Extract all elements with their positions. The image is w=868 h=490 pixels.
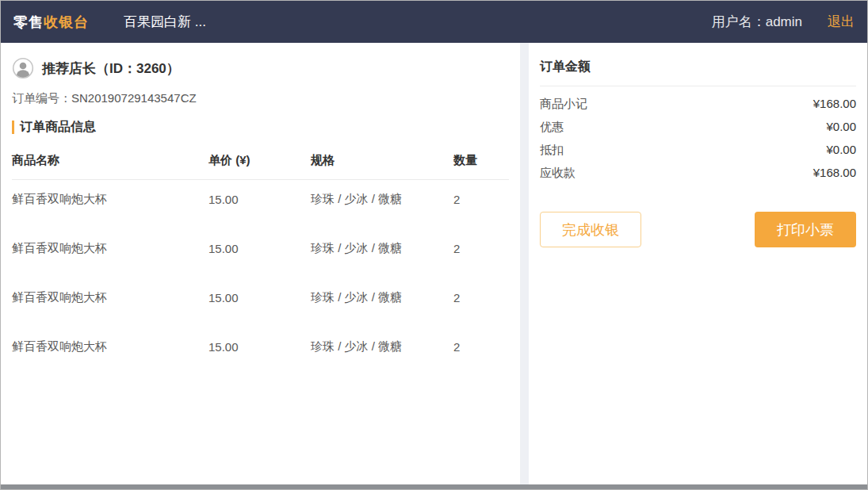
order-amount-panel: 订单金额 商品小记 ¥168.00 优惠 ¥0.00 抵扣 ¥0.00 应收款 …	[529, 43, 867, 484]
main-area: 推荐店长（ID：3260） 订单编号：SN20190729143547CZ 订单…	[1, 43, 867, 484]
cell-price: 15.00	[208, 340, 311, 354]
col-header-product: 商品名称	[12, 153, 208, 168]
table-row: 鲜百香双响炮大杯 15.00 珍珠 / 少冰 / 微糖 2	[12, 327, 509, 377]
cell-qty: 2	[453, 193, 509, 206]
app-title: 零售收银台	[13, 13, 89, 32]
customer-name: 推荐店长（ID：3260）	[42, 59, 180, 78]
table-row: 鲜百香双响炮大杯 15.00 珍珠 / 少冰 / 微糖 2	[12, 278, 509, 327]
subtotal-label: 商品小记	[540, 98, 587, 109]
username-display: 用户名：admin	[712, 13, 802, 31]
cell-price: 15.00	[208, 242, 311, 255]
order-number-value: SN20190729143547CZ	[71, 91, 197, 105]
cell-spec: 珍珠 / 少冰 / 微糖	[311, 192, 453, 207]
cell-product: 鲜百香双响炮大杯	[12, 339, 208, 354]
username-value: admin	[766, 14, 802, 29]
col-header-price: 单价 (¥)	[208, 153, 311, 168]
app-title-prefix: 零售	[13, 14, 44, 30]
cell-qty: 2	[453, 291, 509, 304]
print-receipt-button[interactable]: 打印小票	[755, 212, 856, 247]
cell-spec: 珍珠 / 少冰 / 微糖	[311, 339, 453, 354]
deduction-label: 抵扣	[540, 144, 564, 155]
receivable-label: 应收款	[540, 167, 575, 178]
cell-spec: 珍珠 / 少冰 / 微糖	[311, 290, 453, 305]
section-accent-bar	[12, 121, 14, 134]
avatar-icon	[12, 57, 34, 79]
discount-label: 优惠	[540, 121, 564, 132]
panel-divider	[520, 43, 529, 484]
table-row: 鲜百香双响炮大杯 15.00 珍珠 / 少冰 / 微糖 2	[12, 229, 509, 278]
window-bottom-edge	[1, 484, 867, 489]
order-number-label: 订单编号：	[12, 91, 71, 105]
cell-price: 15.00	[208, 193, 311, 206]
summary-row-receivable: 应收款 ¥168.00	[540, 167, 856, 178]
summary-row-discount: 优惠 ¥0.00	[540, 121, 856, 132]
cell-product: 鲜百香双响炮大杯	[12, 241, 208, 256]
username-label: 用户名：	[712, 14, 766, 29]
items-section-title-text: 订单商品信息	[20, 119, 96, 136]
table-row: 鲜百香双响炮大杯 15.00 珍珠 / 少冰 / 微糖 2	[12, 180, 509, 229]
summary-row-subtotal: 商品小记 ¥168.00	[540, 98, 856, 109]
amount-section-title: 订单金额	[540, 59, 856, 86]
col-header-qty: 数量	[453, 153, 509, 168]
col-header-spec: 规格	[311, 153, 453, 168]
subtotal-value: ¥168.00	[813, 98, 856, 109]
deduction-value: ¥0.00	[826, 144, 856, 155]
cell-qty: 2	[453, 242, 509, 255]
store-name-menu[interactable]: 百果园白新 ...	[124, 13, 206, 31]
cell-price: 15.00	[208, 291, 311, 304]
cell-product: 鲜百香双响炮大杯	[12, 290, 208, 305]
order-items-panel: 推荐店长（ID：3260） 订单编号：SN20190729143547CZ 订单…	[1, 43, 520, 484]
summary-row-deduction: 抵扣 ¥0.00	[540, 144, 856, 155]
logout-button[interactable]: 退出	[828, 13, 855, 31]
cell-product: 鲜百香双响炮大杯	[12, 192, 208, 207]
cell-qty: 2	[453, 340, 509, 354]
action-buttons-row: 完成收银 打印小票	[540, 212, 856, 247]
items-table-header: 商品名称 单价 (¥) 规格 数量	[12, 144, 509, 180]
items-section-title: 订单商品信息	[12, 119, 509, 136]
complete-checkout-button[interactable]: 完成收银	[540, 212, 641, 247]
top-navbar: 零售收银台 百果园白新 ... 用户名：admin 退出	[1, 1, 867, 43]
receivable-value: ¥168.00	[813, 167, 856, 178]
customer-row: 推荐店长（ID：3260）	[12, 57, 509, 79]
app-title-suffix: 收银台	[44, 14, 89, 30]
cell-spec: 珍珠 / 少冰 / 微糖	[311, 241, 453, 256]
discount-value: ¥0.00	[826, 121, 856, 132]
order-number-row: 订单编号：SN20190729143547CZ	[12, 91, 509, 106]
